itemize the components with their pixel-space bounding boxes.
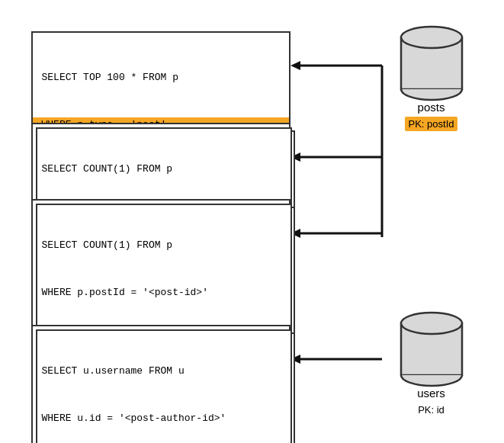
diagram: SELECT TOP 100 * FROM p WHERE p.type = '…: [8, 8, 496, 435]
db-posts-pk-text: PK: postId: [405, 117, 458, 131]
svg-point-12: [401, 313, 462, 334]
db-users: users PK: id: [397, 310, 466, 417]
query4-line1: SELECT u.username FROM u: [42, 364, 280, 380]
query4-line2: WHERE u.id = '<post-author-id>': [42, 411, 280, 427]
db-users-label: users: [417, 387, 445, 400]
db-posts-svg: [397, 24, 466, 104]
query1-line1: SELECT TOP 100 * FROM p: [42, 70, 280, 86]
query-box-4: SELECT u.username FROM u WHERE u.id = '<…: [31, 325, 291, 444]
db-posts-pk: PK: postId: [405, 117, 458, 131]
db-posts: posts PK: postId: [397, 24, 466, 131]
svg-marker-1: [291, 61, 300, 70]
query2-line1: SELECT COUNT(1) FROM p: [42, 162, 280, 178]
db-users-pk: PK: id: [418, 403, 445, 417]
db-users-pk-text: PK: id: [418, 404, 445, 416]
db-users-svg: [397, 310, 466, 390]
query3-line1: SELECT COUNT(1) FROM p: [42, 238, 280, 254]
svg-point-10: [401, 27, 462, 48]
query3-line2: WHERE p.postId = '<post-id>': [42, 285, 280, 301]
db-posts-label: posts: [418, 101, 445, 114]
